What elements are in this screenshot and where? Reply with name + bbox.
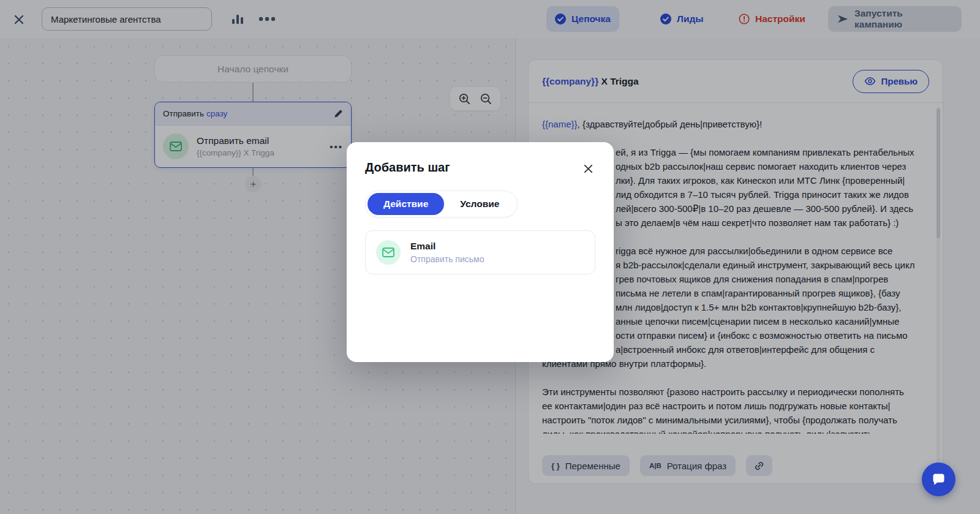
chat-bubble-icon: [930, 472, 947, 487]
tab-condition[interactable]: Условие: [444, 193, 515, 215]
email-option-subtitle: Отправить письмо: [410, 254, 484, 264]
add-step-modal: Добавить шаг Действие Условие Email Отпр…: [347, 142, 614, 362]
tab-action[interactable]: Действие: [368, 193, 444, 215]
email-step-option[interactable]: Email Отправить письмо: [365, 230, 595, 274]
email-icon-circle: [376, 240, 401, 265]
envelope-icon: [382, 248, 394, 257]
modal-close-button[interactable]: [582, 163, 594, 175]
modal-title: Добавить шаг: [365, 161, 595, 175]
campaign-builder-app: Цепочка Лиды Настройки Запустить кампани…: [0, 0, 980, 514]
close-icon: [582, 163, 594, 175]
email-option-title: Email: [410, 241, 484, 252]
support-chat-button[interactable]: [922, 463, 956, 496]
step-type-tabs: Действие Условие: [365, 191, 518, 217]
